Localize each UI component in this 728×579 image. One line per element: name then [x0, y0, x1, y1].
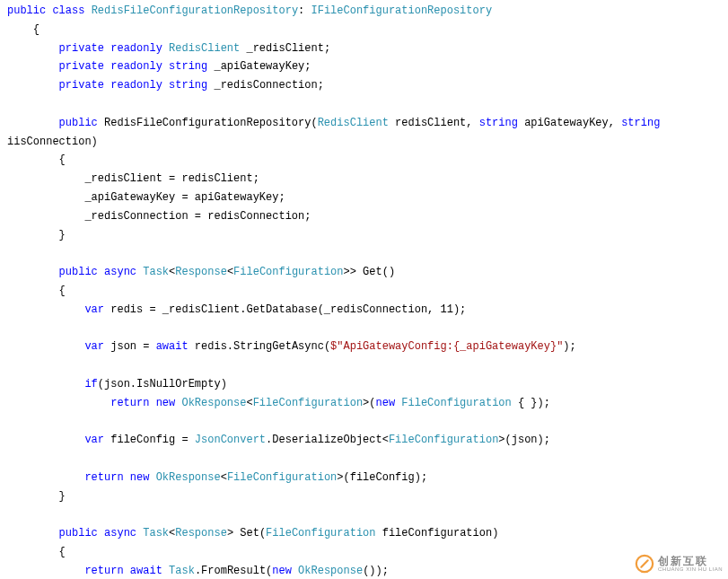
code-block: public class RedisFileConfigurationRepos… [0, 0, 728, 579]
watermark-text-cn: 创新互联 [658, 556, 723, 566]
watermark: 创新互联 CHUANG XIN HU LIAN [635, 554, 723, 574]
watermark-text-en: CHUANG XIN HU LIAN [658, 566, 723, 572]
watermark-logo-icon [635, 554, 654, 574]
